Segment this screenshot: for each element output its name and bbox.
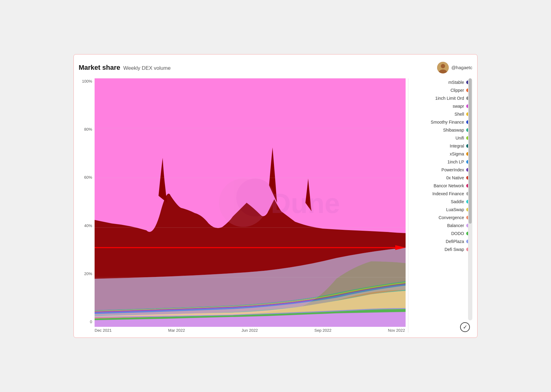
legend-label: mStable: [412, 80, 464, 85]
legend-label: Unifi: [412, 136, 464, 140]
legend-item[interactable]: xSigma: [412, 150, 472, 158]
chart-svg-wrap: Dune: [95, 78, 406, 327]
header-right: @hagaetc: [437, 62, 472, 73]
legend-item[interactable]: 0x Native: [412, 174, 472, 182]
legend-list: mStableClipper1inch Limit OrdswaprShellS…: [408, 78, 472, 253]
legend-label: LuaSwap: [412, 207, 464, 212]
check-icon: ✓: [463, 324, 467, 330]
legend-label: Convergence: [412, 215, 464, 220]
svg-point-7: [236, 178, 274, 216]
legend-label: 1inch Limit Ord: [412, 96, 464, 101]
scrollbar[interactable]: [468, 78, 472, 321]
legend-item[interactable]: Smoothy Finance: [412, 118, 472, 126]
legend-label: DODO: [412, 231, 464, 236]
legend-item[interactable]: Bancor Network: [412, 182, 472, 190]
legend-item[interactable]: LuaSwap: [412, 206, 472, 214]
scrollbar-thumb[interactable]: [469, 78, 472, 224]
legend-item[interactable]: DODO: [412, 230, 472, 237]
check-button[interactable]: ✓: [460, 322, 470, 332]
chart-header: Market share Weekly DEX volume @hagaetc: [79, 62, 472, 73]
chart-left: 100%80%60%40%20%0: [79, 78, 406, 333]
legend-item[interactable]: Convergence: [412, 214, 472, 222]
username: @hagaetc: [451, 65, 472, 70]
chart-main: Dune Dec 2021Mar 2022Jun 2022Sep 2022Nov…: [95, 78, 406, 333]
legend-item[interactable]: 1inch Limit Ord: [412, 94, 472, 102]
x-axis-label: Mar 2022: [168, 328, 185, 333]
legend-item[interactable]: PowerIndex: [412, 166, 472, 174]
legend-item[interactable]: Indexed Finance: [412, 190, 472, 198]
x-axis-label: Jun 2022: [242, 328, 258, 333]
chart-title: Market share: [79, 64, 120, 72]
legend-label: Integral: [412, 144, 464, 148]
legend-label: Shibaswap: [412, 128, 464, 133]
legend-item[interactable]: Unifi: [412, 134, 472, 142]
main-card: Market share Weekly DEX volume @hagaetc …: [73, 54, 478, 338]
chart-area: 100%80%60%40%20%0: [79, 78, 472, 333]
legend-label: PowerIndex: [412, 167, 464, 172]
legend-label: 0x Native: [412, 175, 464, 180]
legend-footer: ✓: [408, 320, 472, 333]
legend-item[interactable]: Clipper: [412, 86, 472, 94]
header-left: Market share Weekly DEX volume: [79, 64, 171, 72]
legend-item[interactable]: Defi Swap: [412, 245, 472, 253]
legend-item[interactable]: Shibaswap: [412, 126, 472, 134]
avatar: [437, 62, 449, 73]
legend-label: 1inch LP: [412, 159, 464, 164]
x-axis-label: Nov 2022: [388, 328, 405, 333]
legend-item[interactable]: Shell: [412, 110, 472, 118]
legend-label: Clipper: [412, 88, 464, 93]
y-axis-label: 100%: [82, 79, 92, 84]
svg-point-1: [441, 64, 445, 68]
y-axis-label: 0: [90, 319, 92, 324]
legend-label: Smoothy Finance: [412, 120, 464, 125]
y-axis-label: 60%: [84, 175, 92, 180]
legend-label: Bancor Network: [412, 183, 464, 188]
x-axis-label: Dec 2021: [95, 328, 112, 333]
legend-scroll[interactable]: mStableClipper1inch Limit OrdswaprShellS…: [408, 78, 472, 321]
legend-item[interactable]: 1inch LP: [412, 158, 472, 166]
legend-item[interactable]: DefiPlaza: [412, 237, 472, 245]
legend-item[interactable]: Saddle: [412, 198, 472, 206]
svg-text:Dune: Dune: [271, 188, 340, 219]
legend-label: Shell: [412, 112, 464, 117]
legend-area: mStableClipper1inch Limit OrdswaprShellS…: [408, 78, 472, 333]
legend-label: Indexed Finance: [412, 191, 464, 196]
legend-item[interactable]: Balancer: [412, 222, 472, 230]
legend-label: Balancer: [412, 223, 464, 228]
y-axis: 100%80%60%40%20%0: [79, 78, 95, 333]
legend-item[interactable]: swapr: [412, 102, 472, 110]
legend-label: Saddle: [412, 199, 464, 204]
x-axis-label: Sep 2022: [314, 328, 332, 333]
y-axis-label: 20%: [84, 271, 92, 276]
y-axis-label: 40%: [84, 223, 92, 228]
legend-label: swapr: [412, 104, 464, 109]
x-axis: Dec 2021Mar 2022Jun 2022Sep 2022Nov 2022: [95, 327, 406, 333]
legend-label: xSigma: [412, 151, 464, 156]
legend-label: Defi Swap: [412, 247, 464, 252]
legend-item[interactable]: mStable: [412, 78, 472, 86]
legend-label: DefiPlaza: [412, 239, 464, 244]
y-axis-label: 80%: [84, 127, 92, 132]
legend-item[interactable]: Integral: [412, 142, 472, 150]
chart-subtitle: Weekly DEX volume: [123, 65, 171, 71]
chart-svg: Dune: [95, 78, 406, 327]
